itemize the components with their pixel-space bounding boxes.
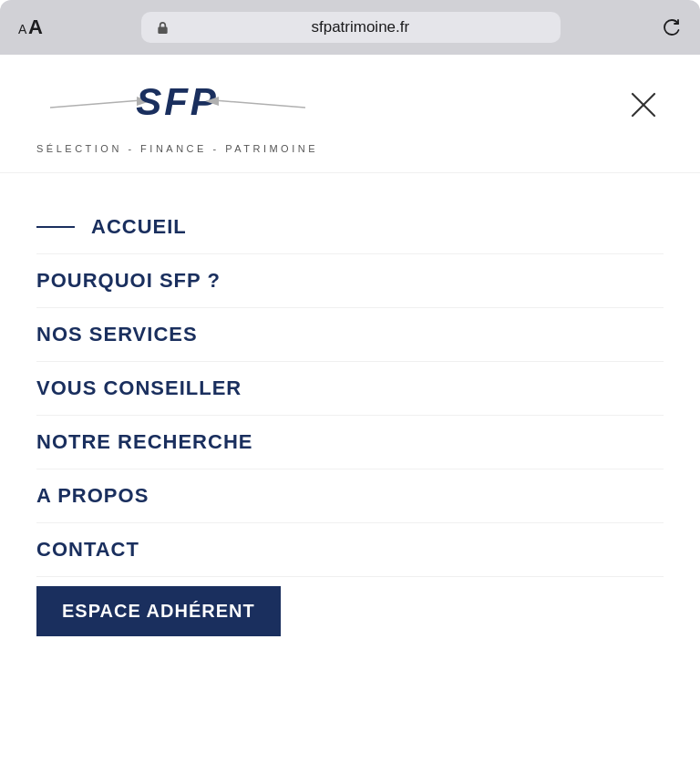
nav-active-indicator xyxy=(36,226,75,228)
text-size-small[interactable]: A xyxy=(18,22,26,36)
nav-label-services: NOS SERVICES xyxy=(36,323,198,346)
svg-line-1 xyxy=(50,100,141,108)
nav-item-services[interactable]: NOS SERVICES xyxy=(36,308,664,361)
browser-bar: AA sfpatrimoine.fr xyxy=(0,0,700,55)
lock-icon xyxy=(156,21,169,34)
refresh-button[interactable] xyxy=(660,16,682,38)
nav-label-pourquoi: POURQUOI SFP ? xyxy=(36,269,221,293)
site-header: SFP SÉLECTION - FINANCE - PATRIMOINE xyxy=(0,55,700,173)
logo-container[interactable]: SFP SÉLECTION - FINANCE - PATRIMOINE xyxy=(36,80,318,154)
text-size-control[interactable]: AA xyxy=(18,15,43,39)
nav-item-recherche[interactable]: NOTRE RECHERCHE xyxy=(36,416,664,469)
svg-line-4 xyxy=(214,100,305,108)
url-bar[interactable]: sfpatrimoine.fr xyxy=(141,12,561,43)
logo-arrow-right xyxy=(205,89,305,117)
logo-arrow-left xyxy=(50,89,150,117)
svg-marker-3 xyxy=(205,97,219,106)
url-text[interactable]: sfpatrimoine.fr xyxy=(174,18,546,36)
logo-tagline: SÉLECTION - FINANCE - PATRIMOINE xyxy=(36,143,318,154)
nav-item-apropos[interactable]: A PROPOS xyxy=(36,469,664,522)
nav-label-accueil: ACCUEIL xyxy=(91,215,187,239)
nav-item-conseiller[interactable]: VOUS CONSEILLER xyxy=(36,362,664,415)
nav-label-contact: CONTACT xyxy=(36,538,139,562)
nav-divider-7 xyxy=(36,576,664,577)
nav-label-recherche: NOTRE RECHERCHE xyxy=(36,430,252,454)
logo-graphic: SFP xyxy=(50,80,305,139)
nav-item-pourquoi[interactable]: POURQUOI SFP ? xyxy=(36,254,664,307)
nav-label-apropos: A PROPOS xyxy=(36,484,149,508)
nav-item-accueil[interactable]: ACCUEIL xyxy=(36,201,664,253)
svg-rect-0 xyxy=(158,26,167,34)
espace-adherent-button[interactable]: ESPACE ADHÉRENT xyxy=(36,586,281,636)
nav-label-conseiller: VOUS CONSEILLER xyxy=(36,376,242,400)
nav-menu: ACCUEIL POURQUOI SFP ? NOS SERVICES VOUS… xyxy=(0,182,700,664)
text-size-large[interactable]: A xyxy=(28,15,43,38)
close-button[interactable] xyxy=(623,85,664,125)
nav-item-contact[interactable]: CONTACT xyxy=(36,523,664,576)
main-content: SFP SÉLECTION - FINANCE - PATRIMOINE ACC… xyxy=(0,55,700,763)
